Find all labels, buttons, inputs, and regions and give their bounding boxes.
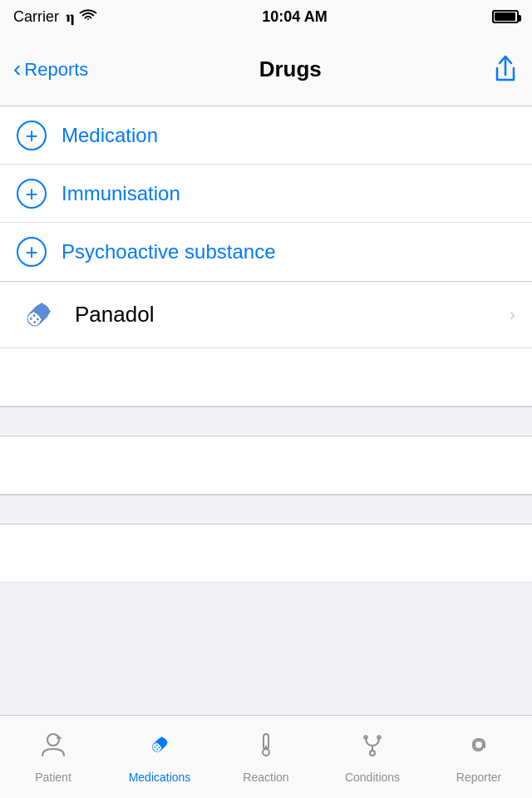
page-title: Drugs [259,57,322,82]
tab-reaction-label: Reaction [243,771,288,784]
add-medication-icon: + [17,121,47,150]
tab-patient[interactable]: Patient [0,716,106,798]
share-button[interactable] [492,55,519,85]
nav-bar: ‹ Reports Drugs [0,33,532,106]
status-bar-right [492,10,519,23]
reaction-icon [252,731,280,766]
add-medication-label: Medication [62,124,158,147]
add-immunisation-icon: + [17,179,47,209]
drug-item-panadol[interactable]: Panadol › [0,282,532,348]
content-area: + Medication + Immunisation + Psychoacti… [0,106,532,282]
section-gap-2 [0,495,532,525]
add-psychoactive-label: Psychoactive substance [62,240,275,264]
add-immunisation-item[interactable]: + Immunisation [0,165,532,223]
tab-reaction[interactable]: Reaction [213,716,319,798]
chevron-right-icon: › [510,304,515,326]
tab-conditions-label: Conditions [345,771,400,784]
status-bar-time: 10:04 AM [262,8,327,26]
empty-row-2 [0,436,532,495]
add-immunisation-label: Immunisation [62,182,180,205]
back-button[interactable]: ‹ Reports [13,59,88,81]
status-bar: Carrier 𝛈 10:04 AM [0,0,532,33]
tab-medications[interactable]: Medications [106,716,213,798]
conditions-icon [358,731,387,766]
section-gap-1 [0,406,532,436]
reporter-icon [465,731,493,766]
add-psychoactive-icon: + [17,237,47,267]
carrier-label: Carrier [13,8,59,26]
tab-reporter[interactable]: Reporter [426,716,532,798]
svg-point-24 [263,749,269,756]
status-bar-left: Carrier 𝛈 [13,8,97,26]
drug-name: Panadol [75,302,510,328]
back-chevron-icon: ‹ [13,57,21,81]
add-medication-item[interactable]: + Medication [0,106,532,165]
tab-reporter-label: Reporter [456,771,501,784]
patient-icon [39,731,67,766]
svg-point-10 [47,734,59,746]
empty-row-1 [0,348,532,406]
back-label: Reports [24,59,88,81]
wifi-icon: 𝛈 [66,8,97,26]
battery-icon [492,10,519,23]
svg-point-27 [370,751,375,756]
tab-medications-label: Medications [129,771,191,784]
add-psychoactive-item[interactable]: + Psychoactive substance [0,223,532,281]
tab-bar: Patient [0,715,532,798]
medications-icon [145,731,174,766]
tab-patient-label: Patient [35,771,71,784]
tab-conditions[interactable]: Conditions [319,716,426,798]
pill-icon [17,293,60,337]
empty-row-3 [0,525,532,583]
